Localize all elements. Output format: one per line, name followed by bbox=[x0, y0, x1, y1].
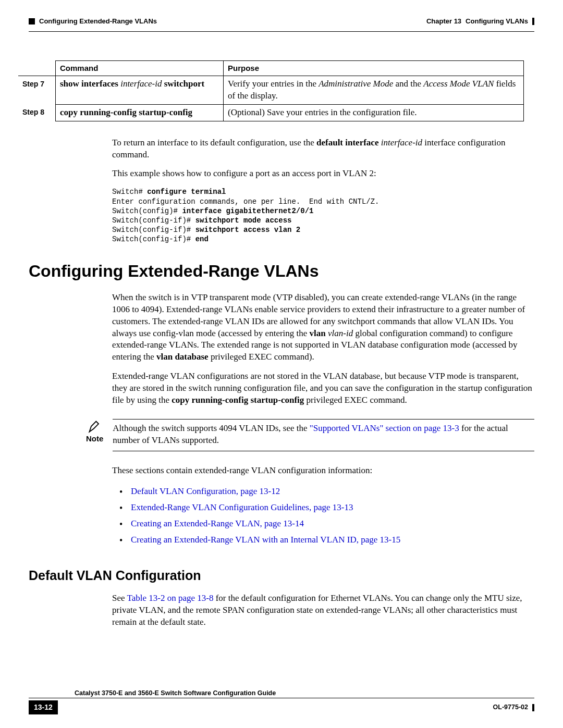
toc-link[interactable]: Default VLAN Configuration, page 13-12 bbox=[131, 486, 280, 496]
paragraph: When the switch is in VTP transparent mo… bbox=[112, 292, 534, 364]
pen-icon bbox=[88, 419, 102, 434]
paragraph: Extended-range VLAN configurations are n… bbox=[112, 371, 534, 406]
table-header-row: Command Purpose bbox=[18, 60, 524, 76]
paragraph: This example shows how to configure a po… bbox=[112, 168, 534, 180]
header-rule bbox=[29, 31, 534, 32]
paragraph: These sections contain extended-range VL… bbox=[112, 465, 534, 477]
purpose-cell: Verify your entries in the Administrativ… bbox=[224, 76, 524, 104]
toc-link[interactable]: Creating an Extended-Range VLAN with an … bbox=[131, 535, 400, 545]
list-item: Default VLAN Configuration, page 13-12 bbox=[125, 486, 534, 498]
footer-guide-title: Catalyst 3750-E and 3560-E Switch Softwa… bbox=[29, 689, 534, 698]
page-number-badge: 13-12 bbox=[29, 700, 58, 714]
command-table: Command Purpose Step 7 show interfaces i… bbox=[18, 60, 524, 121]
paragraph: See Table 13-2 on page 13-8 for the defa… bbox=[112, 593, 534, 628]
footer-doc-id: OL-9775-02 bbox=[493, 703, 528, 712]
code-block: Switch# configure terminal Enter configu… bbox=[112, 187, 534, 244]
list-item: Extended-Range VLAN Configuration Guidel… bbox=[125, 502, 534, 514]
table-ref-link[interactable]: Table 13-2 on page 13-8 bbox=[127, 593, 214, 603]
toc-link[interactable]: Extended-Range VLAN Configuration Guidel… bbox=[131, 502, 353, 512]
header-section-title: Configuring Extended-Range VLANs bbox=[39, 17, 157, 26]
command-cell: show interfaces interface-id switchport bbox=[56, 76, 224, 104]
link-list: Default VLAN Configuration, page 13-12 E… bbox=[112, 486, 534, 546]
table-row: Step 8 copy running-config startup-confi… bbox=[18, 104, 524, 121]
step-label: Step 7 bbox=[18, 76, 56, 104]
page-footer: Catalyst 3750-E and 3560-E Switch Softwa… bbox=[29, 689, 534, 714]
toc-link[interactable]: Creating an Extended-Range VLAN, page 13… bbox=[131, 519, 304, 528]
page-header: Configuring Extended-Range VLANs Chapter… bbox=[29, 17, 534, 26]
table-row: Step 7 show interfaces interface-id swit… bbox=[18, 76, 524, 104]
paragraph: To return an interface to its default co… bbox=[112, 137, 534, 161]
note-label: Note bbox=[86, 434, 103, 444]
footer-rule bbox=[29, 698, 534, 698]
header-chapter-num: Chapter 13 bbox=[426, 17, 461, 26]
note-block: Note Although the switch supports 4094 V… bbox=[86, 417, 534, 454]
col-header-command: Command bbox=[56, 60, 224, 76]
section-heading: Configuring Extended-Range VLANs bbox=[29, 260, 534, 282]
header-marker-left bbox=[29, 18, 35, 24]
col-header-purpose: Purpose bbox=[224, 60, 524, 76]
note-link[interactable]: "Supported VLANs" section on page 13-3 bbox=[310, 423, 459, 433]
command-cell: copy running-config startup-config bbox=[56, 104, 224, 121]
list-item: Creating an Extended-Range VLAN, page 13… bbox=[125, 518, 534, 530]
list-item: Creating an Extended-Range VLAN with an … bbox=[125, 534, 534, 546]
step-label: Step 8 bbox=[18, 104, 56, 121]
purpose-cell: (Optional) Save your entries in the conf… bbox=[224, 104, 524, 121]
header-chapter-title: Configuring VLANs bbox=[466, 17, 528, 26]
footer-marker bbox=[532, 704, 534, 711]
header-marker-right bbox=[532, 18, 534, 25]
subsection-heading: Default VLAN Configuration bbox=[29, 567, 534, 585]
